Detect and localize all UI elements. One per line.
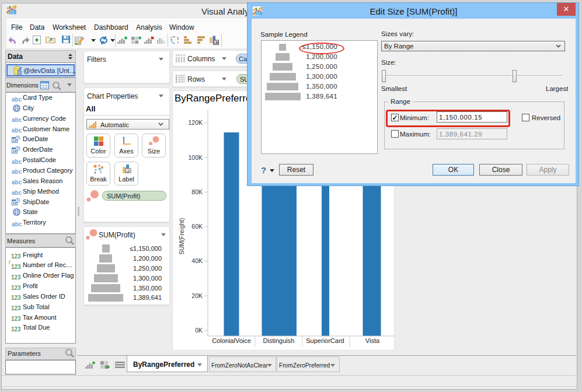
svg-text:60K: 60K bbox=[191, 223, 203, 230]
svg-text:120K: 120K bbox=[188, 119, 203, 126]
svg-text:LB: LB bbox=[214, 41, 218, 44]
svg-text:LB: LB bbox=[126, 170, 130, 173]
svg-text:80K: 80K bbox=[191, 188, 203, 195]
svg-text:Vista: Vista bbox=[365, 337, 380, 344]
svg-text:ColonialVoice: ColonialVoice bbox=[212, 337, 251, 344]
svg-text:20K: 20K bbox=[191, 292, 203, 299]
svg-text:SUM(Freight): SUM(Freight) bbox=[178, 218, 185, 254]
svg-text:40K: 40K bbox=[191, 257, 203, 264]
svg-text:0K: 0K bbox=[195, 327, 203, 334]
svg-text:SuperiorCard: SuperiorCard bbox=[306, 337, 344, 344]
svg-text:100K: 100K bbox=[188, 154, 203, 161]
svg-text:Distinguish: Distinguish bbox=[263, 337, 295, 344]
